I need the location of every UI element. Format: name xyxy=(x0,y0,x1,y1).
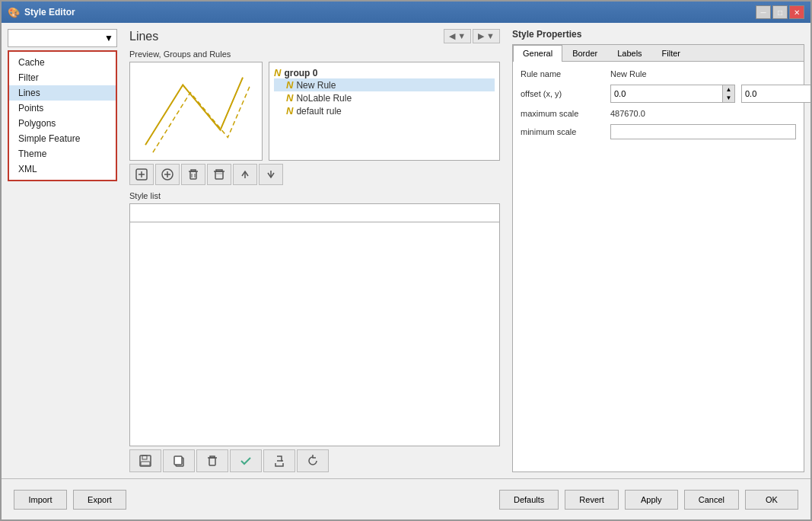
titlebar-title: Style Editor xyxy=(24,7,75,18)
rule-item-new-rule[interactable]: N New Rule xyxy=(274,78,495,91)
maximize-button[interactable]: □ xyxy=(772,5,788,19)
offset-row: offset (x, y) ▲ ▼ ▲ ▼ xyxy=(521,85,796,103)
nav-forward-button[interactable]: ▶ ▼ xyxy=(473,29,500,43)
sidebar-list: Cache Filter Lines Points Polygons Simpl… xyxy=(8,50,117,181)
style-canvas xyxy=(129,222,500,446)
style-save-button[interactable] xyxy=(129,449,161,472)
style-apply-button[interactable] xyxy=(230,449,262,472)
group-icon: N xyxy=(274,67,281,78)
dropdown-arrow-icon: ▼ xyxy=(104,33,113,43)
props-content: Rule name New Rule offset (x, y) ▲ ▼ xyxy=(513,62,804,153)
style-props-title: Style Properties xyxy=(512,29,804,40)
ok-button[interactable]: OK xyxy=(745,490,798,510)
add-rule-button[interactable] xyxy=(155,164,180,185)
offset-y-input[interactable] xyxy=(742,85,810,102)
min-scale-input[interactable] xyxy=(610,124,796,139)
titlebar-buttons: ─ □ ✕ xyxy=(756,5,804,19)
move-up-button[interactable] xyxy=(233,164,257,185)
main-header: Lines ◀ ▼ ▶ ▼ xyxy=(129,29,500,43)
offset-label: offset (x, y) xyxy=(521,89,604,98)
style-section: Style list xyxy=(129,191,500,472)
move-down-button[interactable] xyxy=(259,164,283,185)
app-icon: 🎨 xyxy=(8,7,20,18)
rule-name-label: Rule name xyxy=(521,69,604,78)
min-scale-row: minimum scale xyxy=(521,124,796,139)
tabs-bar: General Border Labels Filter xyxy=(513,45,804,62)
sidebar: ▼ Cache Filter Lines Points Polygons Sim… xyxy=(2,23,123,478)
delete-all-button[interactable] xyxy=(207,164,231,185)
sidebar-item-xml[interactable]: XML xyxy=(9,161,116,177)
minimize-button[interactable]: ─ xyxy=(756,5,771,19)
rule-item-default[interactable]: N default rule xyxy=(274,104,495,117)
tab-filter[interactable]: Filter xyxy=(652,45,690,61)
preview-rules: N group 0 N New Rule N NoLable Rule xyxy=(269,62,500,161)
offset-x-down[interactable]: ▼ xyxy=(723,94,734,102)
style-copy-button[interactable] xyxy=(163,449,195,472)
svg-rect-19 xyxy=(209,458,215,465)
sidebar-item-points[interactable]: Points xyxy=(9,101,116,116)
import-button[interactable]: Import xyxy=(14,490,67,510)
offset-x-input[interactable] xyxy=(611,85,722,102)
sidebar-item-polygons[interactable]: Polygons xyxy=(9,116,116,131)
max-scale-label: maximum scale xyxy=(521,109,604,118)
defaults-button[interactable]: Defaults xyxy=(499,490,559,510)
style-list-label: Style list xyxy=(129,191,500,200)
sidebar-item-filter[interactable]: Filter xyxy=(9,70,116,85)
tab-border[interactable]: Border xyxy=(562,45,607,61)
sidebar-dropdown[interactable]: ▼ xyxy=(8,29,117,47)
svg-rect-16 xyxy=(141,462,150,465)
sidebar-item-lines[interactable]: Lines xyxy=(9,85,116,101)
svg-rect-14 xyxy=(140,455,151,466)
style-reset-button[interactable] xyxy=(297,449,329,472)
svg-rect-10 xyxy=(215,171,223,179)
rule-icon-new: N xyxy=(286,79,293,91)
sidebar-item-simple-feature[interactable]: Simple Feature xyxy=(9,131,116,146)
offset-x-arrows: ▲ ▼ xyxy=(722,85,734,102)
close-button[interactable]: ✕ xyxy=(789,5,804,19)
tab-general[interactable]: General xyxy=(513,45,562,62)
style-toolbar xyxy=(129,449,500,472)
export-button[interactable]: Export xyxy=(73,490,126,510)
svg-rect-7 xyxy=(190,171,196,179)
main-area: Lines ◀ ▼ ▶ ▼ Preview, Groups and Rules xyxy=(123,23,506,478)
tab-labels[interactable]: Labels xyxy=(607,45,651,61)
max-scale-value: 487670.0 xyxy=(610,109,796,118)
rule-group: N group 0 N New Rule N NoLable Rule xyxy=(274,67,495,117)
rule-toolbar xyxy=(129,164,500,185)
group-name: group 0 xyxy=(284,68,317,78)
revert-button[interactable]: Revert xyxy=(565,490,618,510)
style-editor-window: 🎨 Style Editor ─ □ ✕ ▼ Cache Filter Line… xyxy=(0,0,812,521)
delete-rule-button[interactable] xyxy=(181,164,205,185)
preview-container: N group 0 N New Rule N NoLable Rule xyxy=(129,62,500,161)
svg-rect-18 xyxy=(174,456,182,465)
nav-arrows: ◀ ▼ ▶ ▼ xyxy=(444,29,500,43)
preview-canvas xyxy=(129,62,263,161)
offset-x-up[interactable]: ▲ xyxy=(723,85,734,94)
titlebar: 🎨 Style Editor ─ □ ✕ xyxy=(2,2,810,23)
add-group-button[interactable] xyxy=(129,164,154,185)
rule-group-header: N group 0 xyxy=(274,67,495,78)
bottom-left-buttons: Import Export xyxy=(14,490,126,510)
rule-item-notable[interactable]: N NoLable Rule xyxy=(274,91,495,104)
titlebar-left: 🎨 Style Editor xyxy=(8,7,75,18)
preview-section: Preview, Groups and Rules xyxy=(129,50,500,185)
rule-label-default: default rule xyxy=(296,106,341,117)
cancel-button[interactable]: Cancel xyxy=(684,490,739,510)
right-panel: Style Properties General Border Labels F… xyxy=(506,23,810,478)
offset-x-spinbox: ▲ ▼ xyxy=(610,85,735,103)
rule-name-value: New Rule xyxy=(610,69,796,78)
window-content: ▼ Cache Filter Lines Points Polygons Sim… xyxy=(2,23,810,478)
bottom-right-buttons: Defaults Revert Apply Cancel OK xyxy=(499,490,798,510)
rule-icon-notable: N xyxy=(286,92,293,104)
sidebar-item-cache[interactable]: Cache xyxy=(9,55,116,70)
rule-label-new: New Rule xyxy=(296,80,336,91)
page-title: Lines xyxy=(129,30,158,43)
style-export-button[interactable] xyxy=(263,449,295,472)
bottom-bar: Import Export Defaults Revert Apply Canc… xyxy=(2,478,810,519)
apply-button[interactable]: Apply xyxy=(625,490,678,510)
svg-rect-0 xyxy=(130,62,261,160)
style-input-row[interactable] xyxy=(129,203,500,222)
style-delete-button[interactable] xyxy=(196,449,228,472)
nav-back-button[interactable]: ◀ ▼ xyxy=(444,29,471,43)
sidebar-item-theme[interactable]: Theme xyxy=(9,146,116,161)
